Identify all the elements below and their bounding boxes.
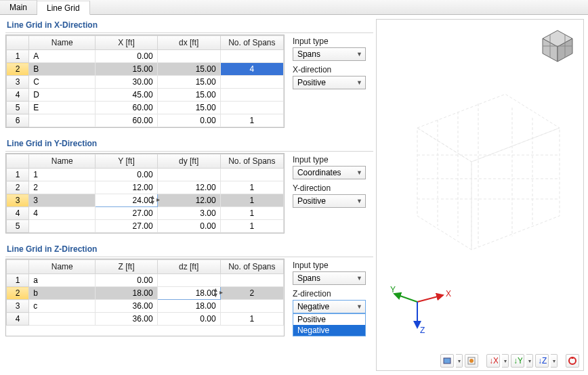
svg-line-17 (417, 295, 443, 302)
tab-line-grid[interactable]: Line Grid (37, 1, 90, 15)
view-tool-1-menu[interactable]: ▾ (456, 354, 463, 368)
dropdown-handle-icon[interactable]: ▸ (219, 288, 223, 296)
svg-text:↓Y: ↓Y (513, 356, 522, 366)
col-x: X [ft] (96, 36, 157, 50)
preview-toolbar: ▾ ↓X▾ ↓Y▾ ↓Z▾ (440, 354, 579, 368)
col-dx: dx [ft] (157, 36, 220, 50)
axis-gizmo-icon: X Y Z (390, 282, 451, 338)
table-row: 660.000.001 (7, 114, 284, 127)
table-row: 5E60.0015.00 (7, 102, 284, 114)
spinner-icon[interactable]: ▲▼ (150, 194, 156, 205)
combo-z-input-type[interactable]: Spans▼ (293, 271, 366, 285)
svg-text:Z: Z (420, 326, 425, 335)
chevron-down-icon: ▼ (356, 275, 362, 282)
view-tool-2-button[interactable] (465, 354, 478, 368)
label-x-direction: X-direction (293, 65, 373, 74)
chevron-down-icon: ▼ (356, 303, 362, 310)
chevron-down-icon: ▼ (356, 198, 362, 204)
section-z-title: Line Grid in Z-Direction (5, 243, 373, 257)
svg-text:Y: Y (390, 285, 396, 294)
table-row: 436.000.001 (7, 313, 284, 326)
svg-marker-8 (471, 128, 560, 250)
table-row: 2B15.0015.004 (7, 63, 284, 76)
svg-line-18 (394, 294, 417, 302)
tab-bar: Main Line Grid (0, 0, 588, 15)
combo-x-direction[interactable]: Positive▼ (293, 76, 366, 89)
chevron-down-icon: ▼ (356, 79, 362, 86)
axis-x-menu[interactable]: ▾ (502, 354, 509, 368)
dropdown-handle-icon[interactable]: ▸ (156, 196, 160, 203)
orientation-cube-icon[interactable] (536, 25, 578, 69)
col-name: Name (29, 36, 96, 50)
svg-marker-6 (417, 94, 560, 162)
svg-marker-7 (417, 128, 471, 250)
table-x: Name X [ft] dx [ft] No. of Spans 1A0.00 … (5, 35, 285, 128)
spinner-icon[interactable]: ▲▼ (213, 287, 219, 298)
combo-option-positive[interactable]: Positive (293, 314, 365, 325)
y-value-editor[interactable]: 24.00▲▼▸ (96, 194, 157, 207)
section-x-title: Line Grid in X-Direction (5, 19, 373, 33)
chevron-down-icon: ▼ (356, 51, 362, 58)
table-row: 4427.003.001 (7, 207, 284, 220)
svg-text:X: X (446, 289, 451, 299)
svg-rect-23 (444, 358, 450, 363)
table-row: 110.00 (7, 169, 284, 181)
section-y: Line Grid in Y-Direction Name Y [ft] dy … (5, 137, 373, 234)
preview-grid-icon (397, 74, 566, 265)
table-row: 4D45.0015.00 (7, 89, 284, 102)
combo-y-input-type[interactable]: Coordinates▼ (293, 166, 366, 179)
z-value-editor[interactable]: 18.00▲▼▸ (157, 287, 220, 300)
table-row: 2212.0012.001 (7, 181, 284, 194)
reset-view-button[interactable] (566, 354, 579, 368)
preview-pane[interactable]: X Y Z ▾ ↓X▾ ↓Y▾ ↓Z▾ (376, 19, 584, 371)
table-row: 2b18.00 18.00▲▼▸ 2 (7, 287, 284, 300)
chevron-down-icon: ▼ (356, 169, 362, 176)
combo-z-direction[interactable]: Negative▼ (293, 300, 366, 313)
combo-option-negative[interactable]: Negative (293, 325, 365, 336)
combo-z-direction-list: Positive Negative (293, 313, 366, 336)
table-z: Name Z [ft] dz [ft] No. of Spans 1a0.00 … (5, 259, 285, 336)
combo-y-direction[interactable]: Positive▼ (293, 194, 366, 208)
axis-z-menu[interactable]: ▾ (551, 354, 558, 368)
axis-x-button[interactable]: ↓X (486, 354, 500, 368)
table-row: 3C30.0015.00 (7, 76, 284, 89)
col-spans: No. of Spans (220, 36, 283, 50)
table-row: 33 24.00▲▼▸ 12.001 (7, 194, 284, 207)
view-tool-1-button[interactable] (440, 354, 454, 368)
svg-point-25 (469, 359, 474, 363)
section-y-title: Line Grid in Y-Direction (5, 137, 373, 152)
svg-text:↓X: ↓X (489, 356, 498, 366)
label-input-type: Input type (293, 37, 373, 46)
svg-text:↓Z: ↓Z (538, 356, 547, 366)
axis-y-menu[interactable]: ▾ (526, 354, 533, 368)
axis-z-button[interactable]: ↓Z (535, 354, 549, 368)
table-row: 3c36.0018.00 (7, 300, 284, 313)
table-row: 1A0.00 (7, 50, 284, 63)
axis-y-button[interactable]: ↓Y (511, 354, 524, 368)
table-row: 527.000.001 (7, 220, 284, 233)
table-y: Name Y [ft] dy [ft] No. of Spans 110.00 … (5, 153, 285, 234)
section-z: Line Grid in Z-Direction Name Z [ft] dz … (5, 243, 373, 336)
section-x: Line Grid in X-Direction Name X [ft] dx … (5, 19, 373, 128)
tab-main[interactable]: Main (0, 0, 37, 14)
combo-x-input-type[interactable]: Spans▼ (293, 47, 366, 61)
table-row: 1a0.00 (7, 274, 284, 287)
